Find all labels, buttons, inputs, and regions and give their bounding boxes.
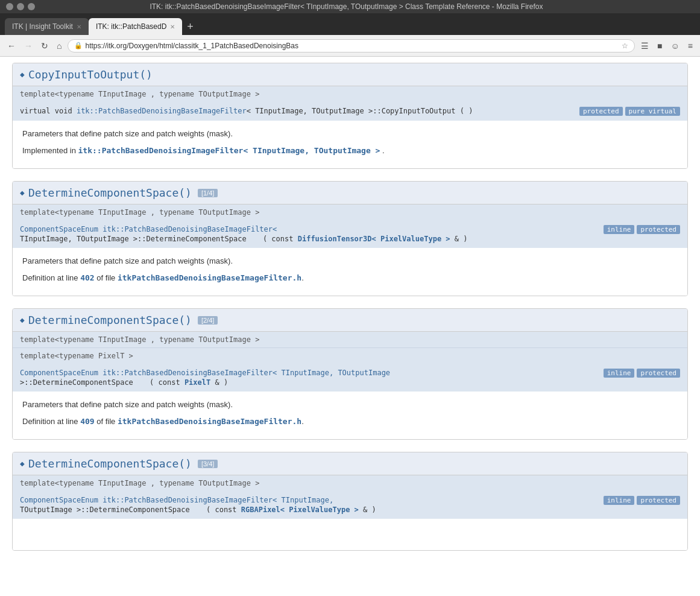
main-content: ◆ CopyInputToOutput() template<typename … <box>0 57 700 569</box>
method-body-1: Parameters that define patch size and pa… <box>13 121 687 168</box>
badge-protected-4: protected <box>637 496 680 505</box>
method-tag-4: [3/4] <box>198 460 218 468</box>
window-minimize-btn[interactable] <box>17 3 24 10</box>
sig-right-2: inline protected <box>604 225 680 234</box>
method-signature-4: ComponentSpaceEnum itk::PatchBasedDenois… <box>13 491 687 519</box>
sig-line1-3: ComponentSpaceEnum itk::PatchBasedDenois… <box>20 369 599 377</box>
implemented-line-1: Implemented in itk::PatchBasedDenoisingI… <box>22 145 678 157</box>
def-line-3: Definition at line 409 of file itkPatchB… <box>22 416 678 428</box>
title-bar: ITK: itk::PatchBasedDenoisingBaseImageFi… <box>0 0 700 13</box>
badge-protected-2: protected <box>637 225 680 234</box>
address-icons: ☆ <box>622 42 628 50</box>
rgba-pixel-link[interactable]: RGBAPixel< PixelValueType > <box>241 506 359 514</box>
body-text-2a: Parameters that define patch size and pa… <box>22 255 678 267</box>
diamond-icon-1: ◆ <box>20 71 25 78</box>
sig-link-4[interactable]: ComponentSpaceEnum itk::PatchBasedDenois… <box>20 496 333 504</box>
def-line-number-3[interactable]: 409 <box>80 417 94 426</box>
sig-left-3: ComponentSpaceEnum itk::PatchBasedDenois… <box>20 369 599 387</box>
back-button[interactable]: ← <box>5 40 18 52</box>
home-button[interactable]: ⌂ <box>54 40 64 52</box>
sig-right-1: protected pure virtual <box>579 107 680 116</box>
sig-left-2: ComponentSpaceEnum itk::PatchBasedDenois… <box>20 225 599 243</box>
profile-button[interactable]: ☺ <box>669 40 682 52</box>
implemented-link-1[interactable]: itk::PatchBasedDenoisingImageFilter< TIn… <box>78 146 380 155</box>
method-signature-3: ComponentSpaceEnum itk::PatchBasedDenois… <box>13 364 687 392</box>
method-header-4: ◆ DetermineComponentSpace() [3/4] <box>13 452 687 475</box>
sig-left-1: virtual void itk::PatchBasedDenoisingBas… <box>20 107 575 115</box>
window-maximize-btn[interactable] <box>28 3 35 10</box>
address-bar: ← → ↻ ⌂ 🔒 https://itk.org/Doxygen/html/c… <box>0 35 700 57</box>
window-controls[interactable] <box>6 3 35 10</box>
badge-inline-2: inline <box>604 225 635 234</box>
badge-inline-4: inline <box>604 496 635 505</box>
forward-button[interactable]: → <box>22 40 35 52</box>
method-header-1: ◆ CopyInputToOutput() <box>13 63 687 86</box>
sig-prefix-1: virtual void <box>20 107 77 115</box>
sig-left-4: ComponentSpaceEnum itk::PatchBasedDenois… <box>20 496 599 514</box>
bookmarks-button[interactable]: ☰ <box>639 40 651 52</box>
tab1-label: ITK | Insight Toolkit <box>12 22 73 31</box>
def-file-link-2[interactable]: itkPatchBasedDenoisingBaseImageFilter.h <box>118 273 301 282</box>
badge-protected-3: protected <box>637 369 680 378</box>
def-line-number-2[interactable]: 402 <box>80 273 94 282</box>
tab2-close[interactable]: ✕ <box>170 24 175 30</box>
security-icon: 🔒 <box>74 42 83 49</box>
diamond-icon-4: ◆ <box>20 460 25 467</box>
method-section-dcs-3: ◆ DetermineComponentSpace() [3/4] templa… <box>12 452 688 551</box>
body-text-1a: Parameters that define patch size and pa… <box>22 128 678 140</box>
window-title: ITK: itk::PatchBasedDenoisingBaseImageFi… <box>35 2 658 11</box>
sig-line2-2: TInputImage, TOutputImage >::DetermineCo… <box>20 235 599 243</box>
method-template-1: template<typename TInputImage , typename… <box>13 86 687 102</box>
method-section-dcs-2: ◆ DetermineComponentSpace() [2/4] templa… <box>12 308 688 440</box>
menu-button[interactable]: ≡ <box>686 40 695 52</box>
sig-line2-4: TOutputImage >::DetermineComponentSpace … <box>20 506 599 514</box>
sig-link-3[interactable]: ComponentSpaceEnum itk::PatchBasedDenois… <box>20 369 390 377</box>
method-template-3a: template<typename TInputImage , typename… <box>13 332 687 347</box>
sig-line1-4: ComponentSpaceEnum itk::PatchBasedDenois… <box>20 496 599 504</box>
method-body-4 <box>13 519 687 550</box>
sig-suffix-1: < TInputImage, TOutputImage >::CopyInput… <box>247 107 473 115</box>
method-header-2: ◆ DetermineComponentSpace() [1/4] <box>13 182 687 204</box>
diffusion-tensor-link[interactable]: DiffusionTensor3D< PixelValueType > <box>298 235 450 243</box>
pixelt-link[interactable]: PixelT <box>184 378 210 387</box>
method-template-3b: template<typename PixelT > <box>13 347 687 364</box>
url-text: https://itk.org/Doxygen/html/classitk_1_… <box>85 42 619 50</box>
body-text-4a <box>22 526 678 538</box>
method-name-3: DetermineComponentSpace() <box>28 314 192 326</box>
method-section-copyinputtooutput: ◆ CopyInputToOutput() template<typename … <box>12 63 688 169</box>
method-template-2: template<typename TInputImage , typename… <box>13 204 687 220</box>
sig-link-1[interactable]: itk::PatchBasedDenoisingBaseImageFilter <box>77 107 247 115</box>
badge-pure-virtual-1: pure virtual <box>625 107 680 116</box>
method-name-2: DetermineComponentSpace() <box>28 186 192 199</box>
tab-bar: ITK | Insight Toolkit ✕ ITK: itk::PatchB… <box>0 13 700 35</box>
diamond-icon-2: ◆ <box>20 189 25 196</box>
method-body-2: Parameters that define patch size and pa… <box>13 248 687 296</box>
tab-current[interactable]: ITK: itk::PatchBasedD ✕ <box>89 18 182 35</box>
sig-line2-3: >::DetermineComponentSpace ( const Pixel… <box>20 378 599 387</box>
method-template-4: template<typename TInputImage , typename… <box>13 475 687 491</box>
window-close-btn[interactable] <box>6 3 13 10</box>
sig-line1-2: ComponentSpaceEnum itk::PatchBasedDenois… <box>20 225 599 233</box>
method-signature-1: virtual void itk::PatchBasedDenoisingBas… <box>13 102 687 121</box>
diamond-icon-3: ◆ <box>20 317 25 323</box>
method-tag-3: [2/4] <box>198 316 218 325</box>
method-signature-2: ComponentSpaceEnum itk::PatchBasedDenois… <box>13 220 687 248</box>
tab1-close[interactable]: ✕ <box>77 24 81 30</box>
method-name-1: CopyInputToOutput() <box>28 68 153 81</box>
new-tab-button[interactable]: + <box>182 18 198 35</box>
method-section-dcs-1: ◆ DetermineComponentSpace() [1/4] templa… <box>12 181 688 296</box>
tab-itk-home[interactable]: ITK | Insight Toolkit ✕ <box>5 18 89 35</box>
address-field[interactable]: 🔒 https://itk.org/Doxygen/html/classitk_… <box>68 39 635 52</box>
def-line-2: Definition at line 402 of file itkPatchB… <box>22 272 678 284</box>
tab2-label: ITK: itk::PatchBasedD <box>96 22 166 31</box>
badge-inline-3: inline <box>604 369 635 378</box>
bookmark-icon[interactable]: ☆ <box>622 42 628 50</box>
method-body-3: Parameters that define patch size and pa… <box>13 392 687 439</box>
def-file-link-3[interactable]: itkPatchBasedDenoisingBaseImageFilter.h <box>118 417 301 426</box>
extensions-button[interactable]: ■ <box>655 40 664 52</box>
sig-right-3: inline protected <box>604 369 680 378</box>
body-text-3a: Parameters that define patch size and pa… <box>22 399 678 411</box>
sig-right-4: inline protected <box>604 496 680 505</box>
reload-button[interactable]: ↻ <box>39 40 51 52</box>
sig-link-2[interactable]: ComponentSpaceEnum itk::PatchBasedDenois… <box>20 225 277 233</box>
